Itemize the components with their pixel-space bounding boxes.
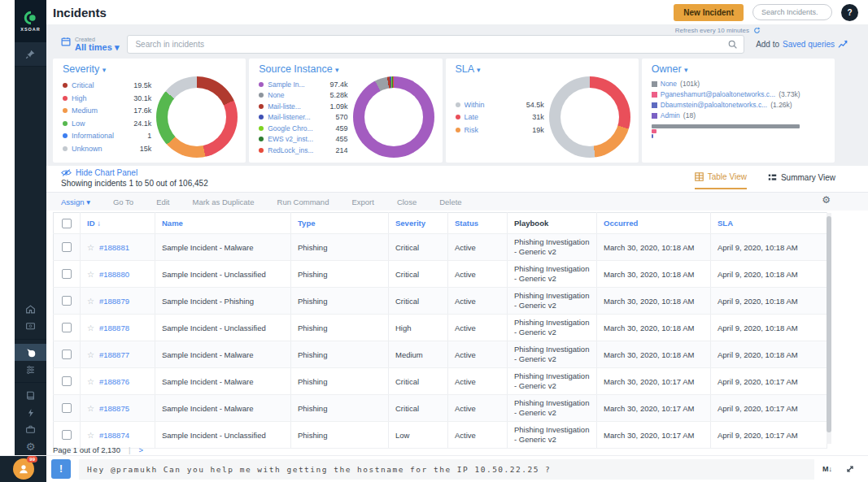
column-header-playbook[interactable]: Playbook bbox=[508, 213, 597, 234]
incident-id-link[interactable]: #188876 bbox=[99, 377, 129, 386]
column-header-name[interactable]: Name bbox=[155, 213, 291, 234]
owner-bar-chart[interactable] bbox=[652, 124, 800, 143]
sidebar-item-dashboards[interactable] bbox=[15, 318, 46, 335]
sidebar-item-war-room[interactable] bbox=[15, 361, 46, 378]
star-icon[interactable]: ☆ bbox=[87, 243, 94, 252]
created-filter-dropdown[interactable]: Created All times ▾ bbox=[61, 37, 119, 53]
column-header-id[interactable]: ID ↓ bbox=[81, 213, 155, 234]
table-row[interactable]: ☆#188880 Sample Incident - Unclassified … bbox=[54, 261, 827, 288]
table-row[interactable]: ☆#188875 Sample Incident - Malware Phish… bbox=[54, 395, 827, 422]
row-checkbox[interactable] bbox=[62, 350, 72, 359]
incident-id-link[interactable]: #188875 bbox=[99, 404, 129, 413]
markdown-icon[interactable]: M↓ bbox=[822, 465, 832, 473]
legend-item[interactable]: Late 31k bbox=[456, 111, 544, 124]
legend-item[interactable]: High 30.1k bbox=[63, 92, 151, 105]
run-command-button[interactable]: Run Command bbox=[277, 198, 329, 206]
saved-queries-link[interactable]: Saved queries bbox=[783, 40, 835, 49]
row-checkbox[interactable] bbox=[62, 376, 72, 386]
star-icon[interactable]: ☆ bbox=[87, 404, 94, 413]
table-settings-gear-icon[interactable]: ⚙ bbox=[822, 195, 831, 205]
expand-icon[interactable] bbox=[845, 464, 855, 474]
hide-chart-panel-link[interactable]: Hide Chart Panel bbox=[61, 168, 137, 177]
tab-summary-view[interactable]: Summary View bbox=[768, 172, 835, 189]
refresh-control[interactable]: Refresh every 10 minutes bbox=[675, 27, 761, 34]
legend-item[interactable]: Critical 19.5k bbox=[63, 80, 151, 93]
tab-table-view[interactable]: Table View bbox=[695, 172, 747, 189]
star-icon[interactable]: ☆ bbox=[87, 350, 94, 359]
legend-item[interactable]: Mail-liste... 1.09k bbox=[259, 101, 347, 112]
xsoar-logo[interactable]: XSOAR bbox=[15, 0, 46, 42]
star-icon[interactable]: ☆ bbox=[87, 324, 94, 332]
new-incident-button[interactable]: New Incident bbox=[674, 4, 744, 21]
trend-chart-icon[interactable] bbox=[838, 40, 848, 49]
incident-id-link[interactable]: #188874 bbox=[99, 431, 129, 440]
sla-chart-title[interactable]: SLA ▾ bbox=[456, 63, 630, 75]
mark-as-duplicate-button[interactable]: Mark as Duplicate bbox=[193, 198, 255, 206]
legend-item[interactable]: Dbaumstein@paloaltonetworks.c... (1.26k) bbox=[652, 101, 792, 109]
row-checkbox[interactable] bbox=[62, 430, 72, 440]
table-row[interactable]: ☆#188877 Sample Incident - Malware Phish… bbox=[54, 341, 827, 368]
star-icon[interactable]: ☆ bbox=[87, 377, 94, 386]
select-all-checkbox[interactable] bbox=[62, 219, 72, 228]
column-header-status[interactable]: Status bbox=[448, 213, 508, 234]
incident-id-link[interactable]: #188881 bbox=[99, 243, 129, 252]
severity-donut-chart[interactable] bbox=[156, 76, 238, 158]
legend-item[interactable]: Informational 1 bbox=[63, 130, 151, 143]
incident-search-input[interactable] bbox=[127, 35, 744, 54]
close-button[interactable]: Close bbox=[397, 198, 417, 206]
avatar[interactable]: 99 bbox=[13, 458, 34, 480]
column-header-severity[interactable]: Severity bbox=[389, 213, 448, 234]
go-to-button[interactable]: Go To bbox=[113, 198, 133, 206]
sidebar-item-toolbox[interactable] bbox=[15, 421, 46, 438]
alert-button[interactable]: ! bbox=[51, 459, 71, 479]
incident-id-link[interactable]: #188880 bbox=[99, 270, 129, 279]
sidebar-item-settings[interactable]: ⚙ bbox=[15, 438, 46, 455]
chat-message-input[interactable] bbox=[79, 459, 814, 480]
legend-item[interactable]: Risk 19k bbox=[456, 124, 544, 137]
legend-item[interactable]: EWS v2_inst... 455 bbox=[259, 133, 347, 145]
star-icon[interactable]: ☆ bbox=[87, 431, 94, 440]
legend-item[interactable]: None (101k) bbox=[652, 80, 827, 88]
legend-item[interactable]: Low 24.1k bbox=[63, 117, 151, 130]
owner-chart-title[interactable]: Owner ▾ bbox=[652, 63, 827, 75]
sidebar-item-automations[interactable] bbox=[15, 404, 46, 421]
legend-item[interactable]: Admin (18) bbox=[652, 111, 696, 119]
global-search-input[interactable] bbox=[752, 4, 832, 20]
table-scrollbar[interactable] bbox=[827, 213, 831, 444]
table-row[interactable]: ☆#188879 Sample Incident - Phishing Phis… bbox=[54, 288, 827, 315]
legend-item[interactable]: Mail-listener... 570 bbox=[259, 111, 347, 123]
scrollbar-thumb[interactable] bbox=[827, 216, 831, 432]
severity-chart-title[interactable]: Severity ▾ bbox=[63, 63, 238, 75]
legend-item[interactable]: Unknown 15k bbox=[63, 142, 151, 155]
next-page-button[interactable]: > bbox=[138, 445, 143, 454]
table-row[interactable]: ☆#188878 Sample Incident - Unclassified … bbox=[54, 315, 827, 341]
row-checkbox[interactable] bbox=[62, 242, 72, 252]
incident-id-link[interactable]: #188879 bbox=[99, 297, 129, 306]
row-checkbox[interactable] bbox=[62, 323, 72, 332]
source-instance-donut-chart[interactable] bbox=[353, 76, 434, 158]
sidebar-item-playbooks[interactable] bbox=[15, 387, 46, 404]
row-checkbox[interactable] bbox=[62, 269, 72, 279]
sla-donut-chart[interactable] bbox=[549, 76, 630, 158]
sidebar-item-home[interactable] bbox=[15, 301, 46, 318]
column-header-sla[interactable]: SLA bbox=[711, 213, 827, 234]
legend-item[interactable]: Medium 17.6k bbox=[63, 105, 151, 118]
export-button[interactable]: Export bbox=[351, 198, 373, 206]
delete-button[interactable]: Delete bbox=[439, 198, 461, 206]
incident-id-link[interactable]: #188878 bbox=[99, 324, 129, 332]
legend-item[interactable]: Within 54.5k bbox=[456, 98, 544, 111]
row-checkbox[interactable] bbox=[62, 296, 72, 306]
row-checkbox[interactable] bbox=[62, 403, 72, 413]
table-row[interactable]: ☆#188876 Sample Incident - Malware Phish… bbox=[54, 368, 827, 395]
star-icon[interactable]: ☆ bbox=[87, 270, 94, 279]
column-header-type[interactable]: Type bbox=[291, 213, 389, 234]
help-button[interactable]: ? bbox=[841, 4, 858, 21]
pin-button[interactable] bbox=[15, 42, 46, 67]
table-row[interactable]: ☆#188881 Sample Incident - Malware Phish… bbox=[54, 234, 827, 261]
assign-button[interactable]: Assign ▾ bbox=[61, 198, 90, 206]
table-row[interactable]: ☆#188874 Sample Incident - Unclassified … bbox=[54, 422, 827, 449]
incident-id-link[interactable]: #188877 bbox=[99, 350, 129, 359]
sidebar-item-incidents[interactable] bbox=[15, 344, 46, 361]
source-instance-chart-title[interactable]: Source Instance ▾ bbox=[259, 63, 434, 75]
legend-item[interactable]: Sample In... 97.4k bbox=[259, 79, 347, 90]
